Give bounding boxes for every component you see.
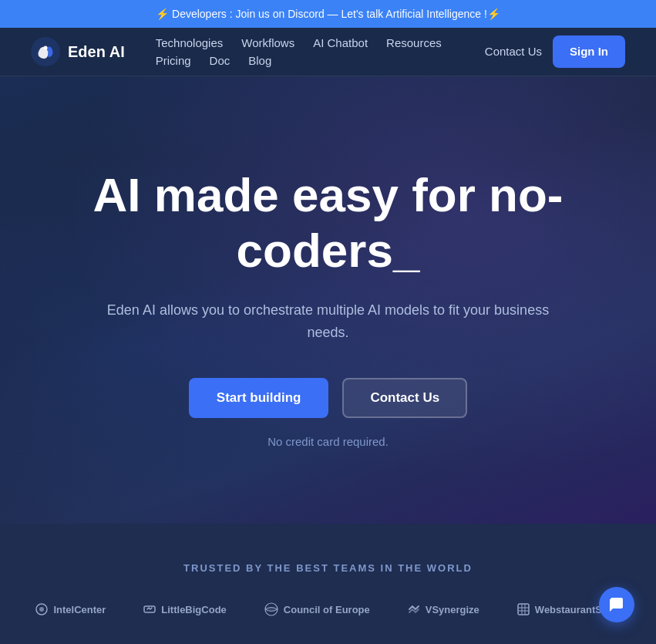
logo-littlebigcode: LittleBigCode (143, 602, 227, 616)
trusted-section: TRUSTED BY THE BEST TEAMS IN THE WORLD I… (0, 524, 656, 644)
synergize-label: VSynergize (426, 604, 479, 615)
svg-rect-6 (518, 604, 529, 615)
littlebigcode-label: LittleBigCode (161, 604, 227, 615)
chat-icon (608, 596, 625, 613)
nav-contact-us[interactable]: Contact Us (485, 44, 542, 59)
hero-buttons: Start building Contact Us (189, 378, 467, 418)
nav-links: Technologies Workflows AI Chatbot Resour… (156, 36, 485, 67)
nav-actions: Contact Us Sign In (485, 35, 625, 68)
no-credit-text: No credit card required. (267, 435, 389, 448)
intelcenter-icon (35, 602, 49, 616)
logo-intelcenter: IntelCenter (35, 602, 106, 616)
littlebigcode-icon (143, 602, 156, 616)
logo-text: Eden AI (68, 43, 125, 61)
logo[interactable]: Eden AI (31, 37, 125, 66)
nav-blog[interactable]: Blog (248, 54, 271, 67)
chat-widget[interactable] (599, 587, 634, 622)
start-building-button[interactable]: Start building (189, 378, 329, 418)
logo-icon (31, 37, 60, 66)
nav-resources[interactable]: Resources (386, 36, 442, 49)
announcement-bar: ⚡ Developers : Join us on Discord — Let'… (0, 0, 656, 28)
nav-workflows[interactable]: Workflows (241, 36, 294, 49)
hero-subtitle: Eden AI allows you to orchestrate multip… (105, 299, 552, 344)
logo-synergize: VSynergize (407, 602, 479, 616)
hero-title: AI made easy for no-coders_ (59, 167, 598, 278)
council-of-europe-label: Council of Europe (284, 604, 370, 615)
navbar: Eden AI Technologies Workflows AI Chatbo… (0, 28, 656, 76)
svg-point-1 (44, 46, 48, 50)
nav-doc[interactable]: Doc (210, 54, 230, 67)
council-of-europe-icon (264, 602, 279, 617)
hero-section: AI made easy for no-coders_ Eden AI allo… (0, 76, 656, 524)
svg-point-3 (39, 607, 44, 612)
webstaurantstore-icon (516, 602, 530, 616)
nav-ai-chatbot[interactable]: AI Chatbot (313, 36, 368, 49)
intelcenter-label: IntelCenter (53, 604, 106, 615)
contact-us-button[interactable]: Contact Us (342, 378, 467, 418)
announcement-text: ⚡ Developers : Join us on Discord — Let'… (156, 8, 500, 20)
nav-technologies[interactable]: Technologies (156, 36, 224, 49)
logos-row: IntelCenter LittleBigCode Council of Eur… (31, 602, 625, 644)
nav-pricing[interactable]: Pricing (156, 54, 191, 67)
sign-in-button[interactable]: Sign In (553, 35, 625, 68)
synergize-icon (407, 602, 421, 616)
logo-council-of-europe: Council of Europe (264, 602, 370, 617)
trusted-title: TRUSTED BY THE BEST TEAMS IN THE WORLD (31, 562, 625, 574)
